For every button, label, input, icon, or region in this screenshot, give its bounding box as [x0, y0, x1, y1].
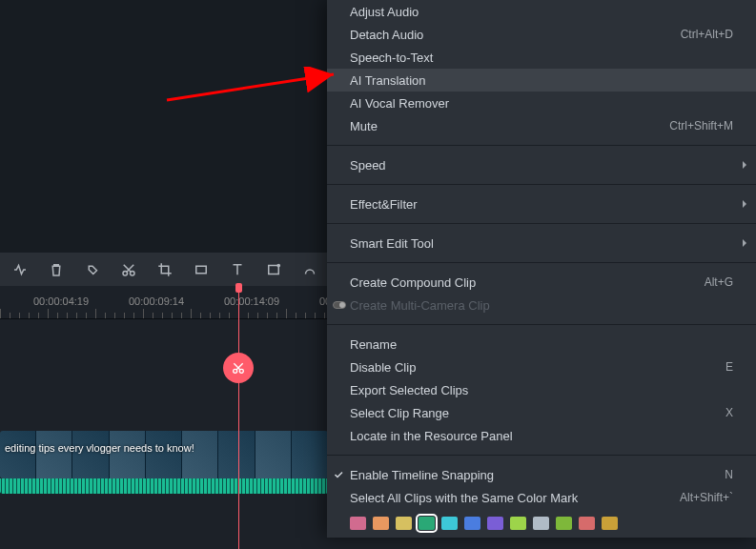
crop-icon[interactable] — [156, 261, 174, 278]
menu-item-locate-in-the-resource-panel[interactable]: Locate in the Resource Panel — [327, 424, 756, 447]
color-swatch[interactable] — [464, 517, 480, 530]
audio-waveform[interactable] — [0, 478, 328, 494]
menu-item-create-compound-clip[interactable]: Create Compound ClipAlt+G — [327, 271, 756, 294]
svg-point-5 — [234, 369, 237, 373]
chevron-right-icon — [743, 239, 746, 247]
audio-node-icon[interactable] — [11, 261, 29, 278]
color-swatch[interactable] — [556, 517, 572, 530]
color-swatch[interactable] — [487, 517, 503, 530]
menu-item-mute[interactable]: MuteCtrl+Shift+M — [327, 114, 756, 137]
preview-area — [0, 0, 327, 253]
menu-item-label: Speed — [350, 158, 386, 173]
menu-separator — [327, 455, 756, 456]
menu-item-speech-to-text[interactable]: Speech-to-Text — [327, 46, 756, 69]
menu-separator — [327, 324, 756, 325]
menu-separator — [327, 184, 756, 185]
menu-shortcut: Ctrl+Alt+D — [681, 28, 733, 41]
clip-title: editing tips every vlogger needs to know… — [5, 442, 194, 454]
menu-shortcut: X — [725, 406, 733, 419]
menu-item-label: Adjust Audio — [350, 5, 419, 19]
time-label: 00:00:09:14 — [129, 295, 184, 307]
svg-rect-3 — [269, 265, 279, 274]
playhead-line — [238, 286, 239, 549]
menu-shortcut: Alt+G — [705, 275, 733, 289]
text-icon[interactable] — [229, 261, 246, 278]
menu-separator — [327, 145, 756, 146]
menu-separator — [327, 262, 756, 263]
context-menu: Adjust AudioDetach AudioCtrl+Alt+DSpeech… — [327, 0, 756, 538]
menu-item-select-clip-range[interactable]: Select Clip RangeX — [327, 401, 756, 424]
video-clip[interactable]: editing tips every vlogger needs to know… — [0, 431, 328, 478]
menu-item-label: AI Translation — [350, 73, 426, 88]
menu-item-label: Create Multi-Camera Clip — [350, 298, 490, 313]
menu-item-ai-translation[interactable]: AI Translation — [327, 69, 756, 92]
rectangle-icon[interactable] — [193, 261, 210, 278]
menu-shortcut: Ctrl+Shift+M — [669, 119, 733, 132]
menu-item-label: Rename — [350, 337, 397, 352]
menu-shortcut: Alt+Shift+` — [680, 491, 733, 504]
time-label: 00:00:14:09 — [224, 295, 279, 307]
menu-item-label: Mute — [350, 119, 378, 133]
color-swatch[interactable] — [579, 517, 595, 530]
menu-item-label: Enable Timeline Snapping — [350, 468, 494, 482]
color-swatch[interactable] — [419, 517, 435, 530]
menu-item-label: Effect&Filter — [350, 197, 418, 212]
chevron-right-icon — [743, 161, 746, 169]
menu-shortcut: N — [725, 468, 733, 481]
menu-item-disable-clip[interactable]: Disable ClipE — [327, 356, 756, 378]
playhead-cut-button[interactable] — [223, 353, 254, 383]
menu-item-label: Export Selected Clips — [350, 383, 468, 397]
svg-point-6 — [239, 369, 243, 373]
menu-item-enable-timeline-snapping[interactable]: Enable Timeline SnappingN — [327, 463, 756, 486]
chevron-right-icon — [743, 200, 746, 208]
check-icon — [333, 469, 344, 480]
menu-item-smart-edit-tool[interactable]: Smart Edit Tool — [327, 232, 756, 254]
menu-separator — [327, 223, 756, 224]
frame-icon[interactable] — [265, 261, 282, 278]
color-swatch[interactable] — [350, 517, 366, 530]
menu-item-label: Create Compound Clip — [350, 275, 476, 290]
menu-item-adjust-audio[interactable]: Adjust Audio — [327, 0, 756, 23]
menu-item-effect-filter[interactable]: Effect&Filter — [327, 193, 756, 215]
tag-icon[interactable] — [84, 261, 101, 278]
arc-icon[interactable] — [301, 261, 318, 278]
menu-item-label: Select Clip Range — [350, 406, 449, 420]
menu-item-label: Select All Clips with the Same Color Mar… — [350, 491, 578, 505]
color-swatch[interactable] — [533, 517, 549, 530]
menu-item-speed[interactable]: Speed — [327, 153, 756, 176]
delete-icon[interactable] — [48, 261, 65, 278]
menu-item-label: Smart Edit Tool — [350, 236, 434, 251]
time-label: 00:00:04:19 — [33, 295, 89, 307]
cut-icon[interactable] — [120, 261, 137, 278]
menu-item-rename[interactable]: Rename — [327, 333, 756, 356]
menu-item-label: Disable Clip — [350, 360, 416, 375]
color-swatch[interactable] — [602, 517, 618, 530]
menu-item-detach-audio[interactable]: Detach AudioCtrl+Alt+D — [327, 23, 756, 46]
color-swatch[interactable] — [373, 517, 389, 530]
menu-item-select-all-clips-with-the-same-color-mark[interactable]: Select All Clips with the Same Color Mar… — [327, 486, 756, 509]
menu-item-label: Detach Audio — [350, 28, 423, 42]
color-swatch[interactable] — [396, 517, 412, 530]
menu-item-label: AI Vocal Remover — [350, 96, 449, 111]
menu-item-ai-vocal-remover[interactable]: AI Vocal Remover — [327, 92, 756, 114]
menu-shortcut: E — [725, 360, 733, 374]
menu-item-label: Speech-to-Text — [350, 51, 433, 65]
color-swatch-row — [327, 509, 756, 538]
menu-item-label: Locate in the Resource Panel — [350, 429, 513, 443]
color-swatch[interactable] — [441, 517, 458, 530]
menu-item-export-selected-clips[interactable]: Export Selected Clips — [327, 378, 756, 401]
svg-rect-2 — [196, 266, 207, 274]
toggle-pill-icon — [333, 301, 346, 309]
menu-item-create-multi-camera-clip: Create Multi-Camera Clip — [327, 294, 756, 316]
color-swatch[interactable] — [510, 517, 526, 530]
